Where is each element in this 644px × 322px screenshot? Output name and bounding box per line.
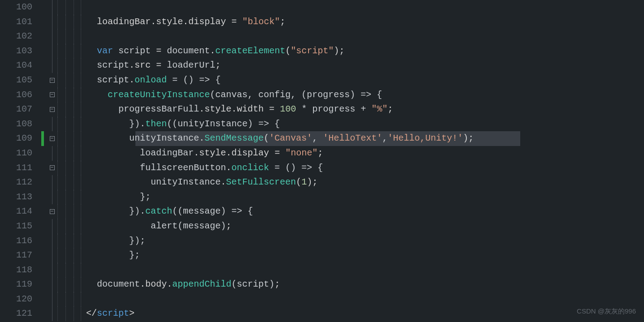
line-number: 110 bbox=[0, 146, 36, 161]
code-line[interactable] bbox=[84, 263, 644, 278]
token: script bbox=[113, 46, 156, 56]
token: ; bbox=[280, 17, 285, 27]
token: var bbox=[97, 46, 113, 56]
line-number: 104 bbox=[0, 58, 36, 73]
token: then bbox=[145, 119, 167, 129]
code-line[interactable]: loadingBar.style.display = "block"; bbox=[84, 15, 644, 30]
token: . bbox=[231, 104, 237, 114]
code-line[interactable]: loadingBar.style.display = "none"; bbox=[84, 146, 644, 161]
token: ((unityInstance) => { bbox=[167, 119, 280, 129]
token: ( bbox=[285, 46, 291, 56]
token: ) bbox=[334, 46, 339, 56]
token: . bbox=[221, 177, 226, 187]
token: unityInstance bbox=[129, 133, 199, 143]
line-number: 108 bbox=[0, 117, 36, 132]
line-number: 102 bbox=[0, 29, 36, 44]
token: script bbox=[97, 308, 129, 318]
token: }); bbox=[129, 236, 145, 246]
token: catch bbox=[145, 206, 172, 216]
token: body bbox=[145, 279, 167, 289]
code-line[interactable]: alert(message); bbox=[84, 219, 644, 234]
token: = bbox=[269, 148, 285, 158]
line-number: 118 bbox=[0, 263, 36, 278]
code-line[interactable]: unityInstance.SendMessage('Canvas', 'Hel… bbox=[84, 131, 644, 146]
token: SendMessage bbox=[205, 133, 264, 143]
fold-toggle-icon[interactable]: − bbox=[50, 209, 55, 214]
token: ( bbox=[264, 133, 269, 143]
token: ((message) => { bbox=[172, 206, 253, 216]
token: unityInstance bbox=[151, 177, 221, 187]
fold-toggle-icon[interactable]: − bbox=[50, 78, 55, 83]
code-line[interactable]: script.src = loaderUrl; bbox=[84, 58, 644, 73]
token: = bbox=[156, 46, 161, 56]
token: loadingBar bbox=[97, 17, 151, 27]
token: . bbox=[140, 279, 145, 289]
code-line[interactable] bbox=[84, 292, 644, 307]
code-line[interactable]: progressBarFull.style.width = 100 * prog… bbox=[84, 102, 644, 117]
token: "none" bbox=[285, 148, 318, 158]
code-line[interactable]: var script = document.createElement("scr… bbox=[84, 44, 644, 59]
token: document bbox=[161, 46, 210, 56]
fold-column[interactable]: −−−−−− bbox=[47, 0, 57, 322]
line-number: 109 bbox=[0, 131, 36, 146]
code-line[interactable]: fullscreenButton.onclick = () => { bbox=[84, 161, 644, 176]
token: 1 bbox=[301, 177, 307, 187]
code-line[interactable]: }; bbox=[84, 248, 644, 263]
token: . bbox=[226, 148, 231, 158]
fold-toggle-icon[interactable]: − bbox=[50, 165, 55, 170]
code-line[interactable] bbox=[84, 0, 644, 15]
code-line[interactable]: }).catch((message) => { bbox=[84, 204, 644, 219]
token: display bbox=[231, 148, 269, 158]
token: alert bbox=[151, 221, 178, 231]
code-editor[interactable]: 1001011021031041051061071081091101111121… bbox=[0, 0, 644, 322]
code-line[interactable]: }); bbox=[84, 234, 644, 249]
code-line[interactable] bbox=[84, 29, 644, 44]
indent-guides bbox=[57, 0, 84, 322]
code-line[interactable]: document.body.appendChild(script); bbox=[84, 277, 644, 292]
modified-line-marker bbox=[41, 131, 44, 146]
fold-toggle-icon[interactable]: − bbox=[50, 92, 55, 97]
token: display bbox=[188, 17, 226, 27]
token: style bbox=[205, 104, 231, 114]
line-number: 101 bbox=[0, 15, 36, 30]
token: ; bbox=[339, 46, 344, 56]
token: "%" bbox=[371, 104, 387, 114]
token: "script" bbox=[291, 46, 334, 56]
token: ; bbox=[318, 148, 323, 158]
token: loaderUrl bbox=[167, 60, 215, 70]
code-line[interactable]: unityInstance.SetFullscreen(1); bbox=[84, 175, 644, 190]
code-line[interactable]: createUnityInstance(canvas, config, (pro… bbox=[84, 88, 644, 103]
line-number: 114 bbox=[0, 204, 36, 219]
watermark: CSDN @灰灰的996 bbox=[577, 307, 636, 316]
line-number: 100 bbox=[0, 0, 36, 15]
line-number: 117 bbox=[0, 248, 36, 263]
code-line[interactable]: </script> bbox=[84, 306, 644, 321]
token: ; bbox=[387, 104, 393, 114]
line-number: 113 bbox=[0, 190, 36, 205]
token: script bbox=[97, 75, 129, 85]
token: "block" bbox=[242, 17, 280, 27]
token: }). bbox=[129, 206, 145, 216]
code-line[interactable]: }; bbox=[84, 190, 644, 205]
fold-toggle-icon[interactable]: − bbox=[50, 107, 55, 112]
token: = () => { bbox=[269, 163, 323, 173]
token: , bbox=[382, 133, 387, 143]
token: src bbox=[135, 60, 151, 70]
token: appendChild bbox=[172, 279, 231, 289]
token: . bbox=[199, 104, 205, 114]
line-number: 106 bbox=[0, 88, 36, 103]
line-number: 121 bbox=[0, 306, 36, 321]
code-area[interactable]: loadingBar.style.display = "block"; var … bbox=[84, 0, 644, 322]
token: }; bbox=[129, 250, 140, 260]
line-number: 116 bbox=[0, 234, 36, 249]
code-line[interactable]: }).then((unityInstance) => { bbox=[84, 117, 644, 132]
token: fullscreenButton bbox=[140, 163, 226, 173]
token: . bbox=[199, 133, 205, 143]
fold-toggle-icon[interactable]: − bbox=[50, 136, 55, 141]
token: progressBarFull bbox=[118, 104, 199, 114]
line-number: 111 bbox=[0, 161, 36, 176]
code-line[interactable]: script.onload = () => { bbox=[84, 73, 644, 88]
token: . bbox=[194, 148, 199, 158]
token: = bbox=[264, 104, 280, 114]
token: (message) bbox=[178, 221, 226, 231]
